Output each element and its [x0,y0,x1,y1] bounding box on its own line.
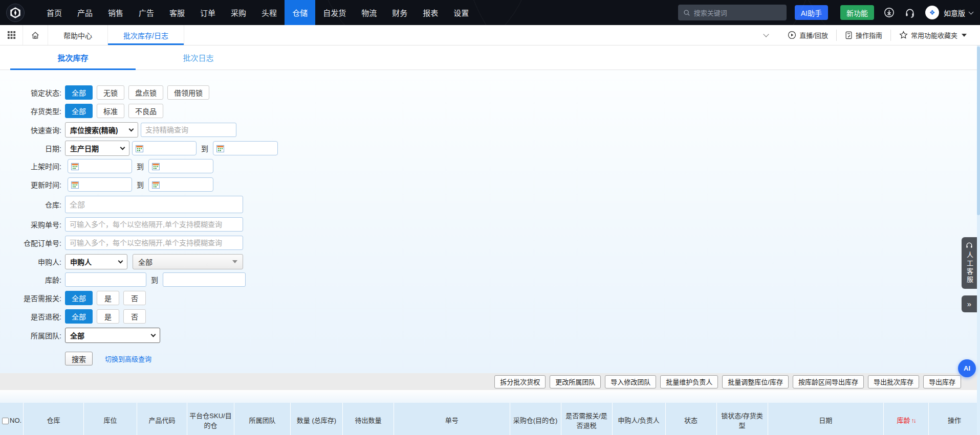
lock-status-option[interactable]: 全部 [65,85,93,100]
scrollbar-thumb[interactable] [977,47,980,215]
lock-status-option[interactable]: 无锁 [97,85,124,100]
lock-status-option[interactable]: 盘点锁 [128,85,163,100]
customs-option[interactable]: 全部 [65,291,93,305]
calendar-icon [136,145,143,152]
user-avatar[interactable]: ❖ [925,6,939,19]
sub-tabs: 批次库存批次日志 [0,45,980,70]
nav-item[interactable]: 首页 [39,0,70,25]
collapse-sidebar-button[interactable]: » [962,295,977,312]
action-button[interactable]: 批量调整库位/库存 [722,375,789,388]
team-select-value: 全部 [70,330,84,340]
live-replay-link[interactable]: 直播/回放 [779,30,836,41]
action-button[interactable]: 批量维护负责人 [660,375,718,388]
warehouse-input[interactable] [65,196,243,213]
nav-item[interactable]: 报表 [415,0,446,25]
shelf-time-to-input[interactable] [148,159,213,173]
stock-age-from-input[interactable] [65,272,146,287]
date-label: 日期: [14,143,65,153]
allocation-no-input[interactable] [65,236,243,250]
tab-help-center[interactable]: 帮助中心 [48,25,108,45]
action-button[interactable]: 导出库存 [923,375,961,388]
nav-item[interactable]: 头程 [254,0,285,25]
applicant-label: 申购人: [14,257,65,267]
nav-item[interactable]: 广告 [131,0,162,25]
global-search-input[interactable]: 搜索关键词 [678,5,787,20]
version-menu[interactable]: 如意版 [944,8,973,18]
new-feature-button[interactable]: 新功能 [840,5,874,20]
nav-item[interactable]: 采购 [223,0,254,25]
lock-status-label: 锁定状态: [14,87,65,98]
headset-icon[interactable] [904,7,916,18]
filter-row-update-time: 更新时间: 到 [14,177,980,192]
app-logo-icon[interactable] [6,4,25,22]
ai-floating-button[interactable]: AI [958,359,976,377]
warehouse-label: 仓库: [14,199,65,210]
action-button[interactable]: 更改所属团队 [550,375,601,388]
operation-guide-link[interactable]: 操作指南 [837,30,890,41]
quick-query-select-value: 库位搜索(精确) [70,125,118,135]
date-type-select[interactable]: 生产日期 [65,141,129,156]
purchase-no-input[interactable] [65,217,243,232]
stock-type-option[interactable]: 不良品 [128,104,163,118]
date-from-input[interactable] [132,141,197,155]
action-button[interactable]: 拆分批次货权 [494,375,546,388]
nav-item[interactable]: 自发货 [315,0,354,25]
stock-type-option[interactable]: 标准 [97,104,124,118]
vertical-scrollbar[interactable] [977,45,980,435]
column-header-team: 所属团队 [234,403,291,435]
subtab[interactable]: 批次日志 [136,45,261,70]
home-icon[interactable] [23,25,48,45]
favorites-label: 常用功能收藏夹 [911,30,957,40]
action-button[interactable]: 导入修改团队 [605,375,656,388]
nav-item[interactable]: 财务 [384,0,415,25]
to-label: 到 [137,161,144,171]
update-time-to-input[interactable] [148,177,213,192]
favorites-menu[interactable]: 常用功能收藏夹 [891,30,975,41]
team-select[interactable]: 全部 [65,328,160,343]
column-header-stock-age-sort[interactable]: 库龄 ↑↓ [884,403,929,435]
action-button[interactable]: 导出批次库存 [868,375,919,388]
advanced-query-link[interactable]: 切换到高级查询 [105,354,151,363]
applicant-combobox[interactable]: 全部 [133,254,243,269]
subtab[interactable]: 批次库存 [10,45,136,70]
quick-query-select[interactable]: 库位搜索(精确) [65,122,138,138]
nav-item[interactable]: 客服 [162,0,192,25]
nav-item[interactable]: 仓储 [285,0,315,25]
date-to-input[interactable] [213,141,278,155]
apps-grid-icon[interactable] [0,25,23,45]
tax-refund-option[interactable]: 否 [123,309,146,324]
quick-query-input[interactable] [141,123,236,137]
nav-item[interactable]: 订单 [192,0,223,25]
filter-row-lock-status: 锁定状态: 全部无锁盘点锁借领用锁 [14,85,980,100]
nav-item[interactable]: 销售 [100,0,131,25]
stock-type-option[interactable]: 全部 [65,104,93,118]
stock-age-to-input[interactable] [163,272,246,287]
nav-item[interactable]: 设置 [446,0,476,25]
allocation-no-label: 仓配订单号: [14,238,65,248]
column-label: 库龄 [897,416,910,426]
download-icon[interactable] [884,7,895,18]
tax-refund-option[interactable]: 是 [97,309,119,324]
select-all-checkbox[interactable] [2,418,9,424]
lock-status-options: 全部无锁盘点锁借领用锁 [65,85,213,100]
filter-panel: 锁定状态: 全部无锁盘点锁借领用锁 存货类型: 全部标准不良品 快速查询: 库位… [0,70,980,373]
dropdown-triangle-icon [232,260,237,263]
nav-item[interactable]: 产品 [70,0,100,25]
customs-option[interactable]: 否 [123,291,146,305]
applicant-type-select[interactable]: 申购人 [65,254,127,269]
lock-status-option[interactable]: 借领用锁 [167,85,209,100]
column-header-product-code: 产品代码 [137,403,187,435]
shelf-time-from-input[interactable] [68,159,132,173]
update-time-from-input[interactable] [68,177,132,192]
action-button[interactable]: 按库龄区间导出库存 [793,375,864,388]
search-button[interactable]: 搜索 [65,352,93,365]
customs-option[interactable]: 是 [97,291,119,305]
ai-assistant-button[interactable]: AI助手 [795,5,828,20]
tax-refund-option[interactable]: 全部 [65,309,93,324]
nav-item[interactable]: 物流 [354,0,384,25]
top-navigation: 首页产品销售广告客服订单采购头程仓储自发货物流财务报表设置 搜索关键词 AI助手… [0,0,980,25]
customer-service-tab[interactable]: 人工客服 [962,237,977,289]
live-replay-label: 直播/回放 [799,30,828,40]
tab-batch-inventory-log[interactable]: 批次库存/日志 [108,25,184,45]
tab-list-chevron-icon[interactable] [764,31,769,37]
